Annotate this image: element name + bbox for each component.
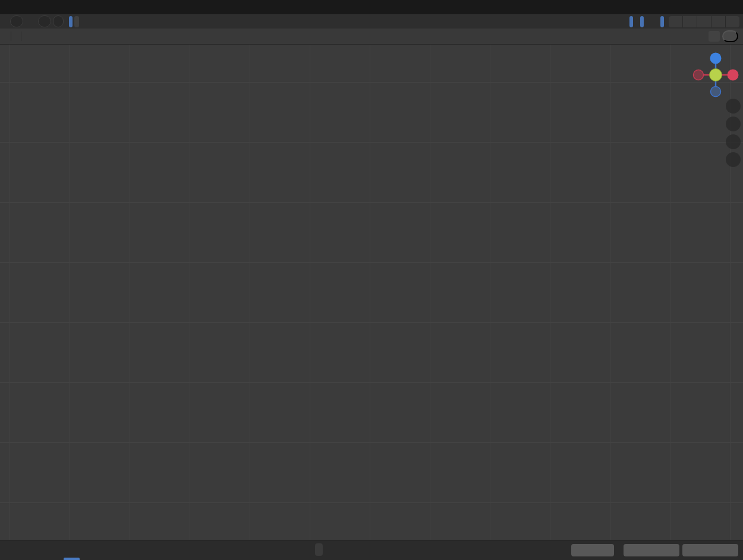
gizmos-toggle[interactable] — [629, 16, 633, 27]
viewport-header-right — [623, 16, 739, 27]
shading-wireframe-button[interactable] — [669, 16, 682, 27]
use-preview-range-button[interactable] — [617, 543, 621, 556]
timeline-editor-type-button[interactable] — [4, 542, 14, 555]
gizmo-neg-z-axis[interactable] — [711, 87, 721, 97]
xray-toggle[interactable] — [660, 16, 664, 27]
topbar — [0, 0, 743, 14]
snap-dashed-circle-button[interactable] — [709, 31, 720, 42]
falloff-selector[interactable] — [90, 16, 95, 27]
symmetry-cluster — [704, 30, 738, 42]
timeline-left — [4, 542, 39, 555]
snap-target-selector[interactable] — [74, 16, 79, 27]
pan-button[interactable] — [726, 117, 741, 131]
gizmos-popover-button[interactable] — [635, 16, 638, 27]
viewport-header — [0, 14, 743, 29]
playback-menu[interactable] — [15, 542, 26, 555]
mesh-scene[interactable] — [0, 45, 743, 540]
navigation-gizmo[interactable] — [690, 48, 742, 100]
shading-popover-button[interactable] — [726, 16, 739, 27]
timeline-right — [571, 543, 738, 556]
viewport-canvas[interactable] — [0, 45, 743, 540]
pivot-point-selector[interactable] — [53, 15, 64, 27]
shading-solid-button[interactable] — [683, 16, 697, 27]
divider — [21, 32, 21, 41]
tool-settings-bar — [0, 29, 743, 45]
options-dropdown[interactable] — [722, 30, 738, 42]
gizmo-neg-x-axis[interactable] — [694, 70, 704, 80]
orientation-selector[interactable] — [38, 15, 51, 27]
workspace-tabs — [24, 0, 743, 14]
timeline-center — [315, 543, 328, 556]
keying-menu[interactable] — [27, 542, 38, 555]
zoom-button[interactable] — [726, 99, 741, 114]
camera-view-button[interactable] — [726, 134, 741, 149]
auto-keying-button[interactable] — [315, 543, 323, 556]
shading-material-preview-button[interactable] — [697, 16, 711, 27]
editor-type-button[interactable] — [4, 16, 8, 27]
gizmo-y-axis[interactable] — [710, 69, 722, 81]
current-frame-field[interactable] — [571, 544, 614, 556]
timeline-playhead[interactable] — [64, 558, 80, 560]
shading-mode-group — [669, 16, 739, 27]
snap-toggle[interactable] — [69, 16, 73, 27]
overlays-popover-button[interactable] — [646, 16, 649, 27]
divider — [11, 32, 11, 41]
toggle-ortho-button[interactable] — [726, 152, 741, 167]
timeline-bar — [0, 540, 743, 560]
edit-mode-overlays-button[interactable] — [651, 16, 656, 27]
proportional-editing-toggle[interactable] — [84, 16, 88, 27]
visibility-popover-button[interactable] — [623, 16, 628, 27]
gizmo-z-axis[interactable] — [710, 53, 722, 64]
overlays-toggle[interactable] — [640, 16, 644, 27]
gizmo-x-axis[interactable] — [728, 70, 739, 81]
mode-selector[interactable] — [10, 15, 23, 27]
frame-end-field[interactable] — [682, 544, 738, 556]
shading-rendered-button[interactable] — [711, 16, 725, 27]
frame-start-field[interactable] — [624, 544, 679, 556]
